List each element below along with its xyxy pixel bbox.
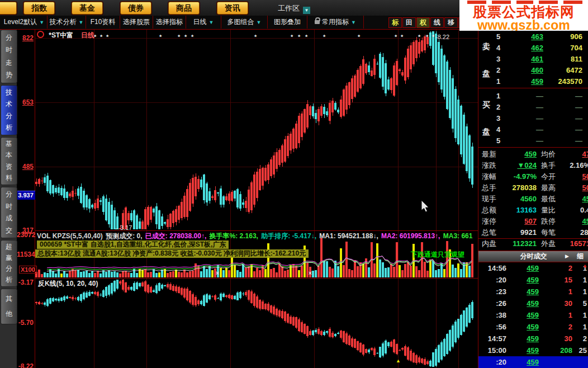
level-price: —	[510, 102, 543, 113]
tick-row[interactable]: 14:5645921	[478, 262, 588, 274]
chart-bar	[259, 270, 261, 277]
toolbar-item-技术分析[interactable]: 技术分析▼	[48, 16, 86, 29]
toolbar-item-Level2默认[interactable]: Level2默认▼	[1, 16, 48, 29]
chart-bar	[130, 213, 132, 220]
chevron-down-icon[interactable]: ▼	[209, 20, 214, 25]
scroll-up-icon[interactable]: ▲	[582, 263, 587, 268]
chart-bar	[368, 267, 370, 277]
chevron-down-icon[interactable]: ▼	[257, 20, 262, 25]
tick-row[interactable]: :3845911	[478, 309, 588, 321]
sidebar-tab-超赢分析[interactable]: 超赢分析	[1, 240, 17, 287]
tick-row[interactable]: :20459	[478, 356, 588, 368]
chart-bar	[66, 192, 68, 198]
vol-header-segment: 预测成交: 0,	[106, 232, 144, 240]
expand-arrow-icon[interactable]: ▶	[565, 251, 569, 262]
chart-bar	[253, 174, 255, 205]
vol-header-segment: 助手排序: -5.417↓,	[261, 232, 318, 240]
tick-list-header[interactable]: 分时成交 ▶ 细	[478, 251, 588, 262]
menu-button-资讯[interactable]: 资讯	[217, 2, 248, 15]
chart-bar	[203, 295, 205, 306]
toolbar-item-图形叠加[interactable]: 图形叠加	[268, 16, 307, 29]
sidebar-tab-基本资料[interactable]: 基本资料	[1, 137, 17, 185]
toolbar-button-移[interactable]: 移	[444, 17, 458, 28]
chart-bar	[197, 300, 200, 304]
chart-bar	[262, 265, 264, 277]
tick-row[interactable]: 14:57459302	[478, 333, 588, 345]
chart-bar	[393, 339, 395, 352]
tick-count: 2	[573, 333, 587, 345]
sub-indicator-header: 反K线(5, 10, 20, 40)	[38, 279, 98, 289]
level-volume: 243570	[544, 76, 582, 87]
level-volume: 906	[544, 31, 582, 43]
tick-row[interactable]: :2345911	[478, 286, 588, 298]
tick-row[interactable]: :26459305	[478, 298, 588, 309]
chevron-down-icon[interactable]: ▼	[303, 7, 310, 14]
ex-dividend-marker: *	[178, 34, 180, 40]
chart-bar	[99, 295, 102, 295]
chart-bar	[167, 219, 169, 228]
toolbar-item-常用指标[interactable]: 常用指标▼	[307, 16, 364, 29]
chevron-down-icon[interactable]: ▼	[39, 20, 44, 25]
quote-panel: 卖盘 买盘 5463906446270434618112460647214592…	[478, 29, 588, 368]
toolbar-item-选择股票[interactable]: 选择股票	[120, 16, 153, 29]
level-volume: 811	[544, 54, 582, 65]
chart-bar	[290, 265, 292, 277]
chart-bar	[396, 344, 398, 354]
chart-bar	[317, 109, 320, 121]
menu-button-partial[interactable]	[0, 2, 17, 15]
chart-bar	[404, 264, 406, 277]
level-price: —	[510, 91, 543, 102]
sidebar-tab-其他[interactable]: 其他	[1, 289, 17, 324]
chevron-down-icon[interactable]: ▼	[79, 20, 84, 25]
chevron-down-icon[interactable]: ▼	[351, 20, 356, 25]
vol-header-segment: 换手率%: 2.163,	[210, 232, 260, 240]
toolbar-button-线[interactable]: 线	[430, 17, 444, 28]
chart-bar	[164, 285, 166, 286]
chart-bar	[158, 210, 160, 229]
toolbar-item-选择指标[interactable]: 选择指标	[153, 16, 186, 29]
toolbar-button-权[interactable]: 权	[416, 17, 430, 28]
level-volume: 704	[544, 43, 582, 54]
stats-row: 现手4560最低45	[478, 194, 588, 205]
menu-button-基金[interactable]: 基金	[72, 2, 103, 15]
ex-dividend-marker: *	[291, 34, 293, 40]
toolbar-item-日线[interactable]: 日线▼	[186, 16, 221, 29]
stat-value: 2.16%	[557, 160, 588, 171]
tick-row[interactable]: :20459151	[478, 274, 588, 286]
level-number: 1	[496, 76, 500, 87]
toolbar-button-田[interactable]: 田	[402, 17, 416, 28]
workspace-control[interactable]: 工作区▼	[278, 3, 310, 14]
toolbar-button-标[interactable]: 标	[388, 17, 402, 28]
chart-bar	[312, 106, 314, 116]
chart-bar	[234, 265, 236, 277]
chart-bar	[139, 269, 141, 277]
menu-button-债券[interactable]: 债券	[120, 2, 151, 15]
chart-bar	[88, 292, 91, 296]
chart-bar	[181, 288, 183, 295]
tick-row[interactable]: 15:0045920825	[478, 345, 588, 356]
menu-button-商品[interactable]: 商品	[168, 2, 200, 15]
chart-bar	[440, 342, 443, 360]
tick-detail-label[interactable]: 细	[577, 251, 584, 262]
chart-bar	[175, 209, 177, 222]
chart-bar	[440, 263, 443, 277]
level-number: 5	[496, 31, 500, 43]
toolbar-item-F10资料[interactable]: F10资料	[86, 16, 120, 29]
chart-bar	[234, 296, 236, 299]
chart-bar	[471, 244, 473, 277]
sidebar-tab-分时成交[interactable]: 分时成交	[1, 187, 17, 238]
chart-bar	[197, 266, 200, 277]
chart-bar	[410, 266, 412, 277]
tick-row[interactable]: :5645921	[478, 321, 588, 333]
chart-bar	[298, 319, 300, 331]
sidebar-tab-分时走势[interactable]: 分时走势	[1, 30, 17, 83]
chart-bar	[443, 339, 445, 356]
menu-button-指数[interactable]: 指数	[23, 2, 55, 15]
toolbar-item-多图组合[interactable]: 多图组合▼	[221, 16, 268, 29]
sidebar-tab-技术分析[interactable]: 技术分析	[1, 85, 17, 135]
chart-bar	[208, 191, 211, 201]
chart-bar	[108, 202, 110, 224]
chart-bar	[382, 57, 384, 87]
chart-bar	[345, 86, 348, 110]
chart-bar	[259, 300, 261, 309]
